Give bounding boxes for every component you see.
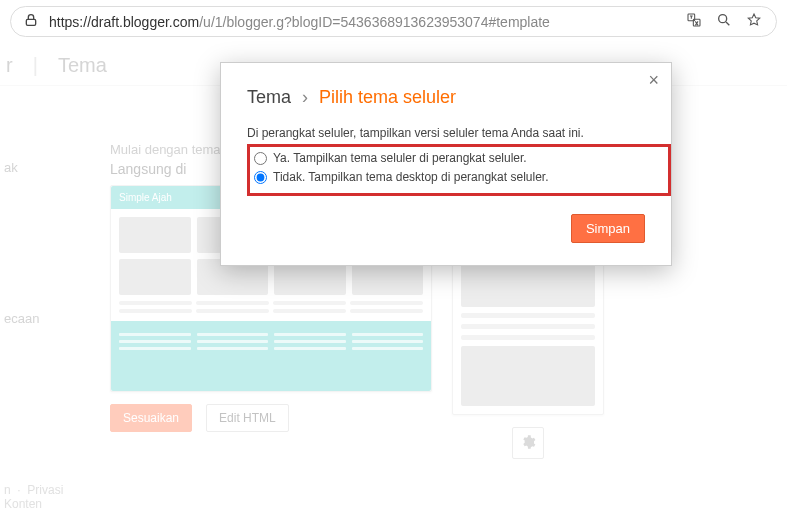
dialog-title: Tema › Pilih tema seluler	[247, 87, 645, 108]
tab-separator: |	[33, 54, 38, 77]
tab-prev: r	[6, 54, 13, 77]
close-icon: ×	[648, 70, 659, 90]
mobile-settings-button[interactable]	[512, 427, 544, 459]
option-yes-label: Ya. Tampilkan tema seluler di perangkat …	[273, 149, 527, 168]
translate-icon[interactable]	[686, 12, 702, 31]
customize-button[interactable]: Sesuaikan	[110, 404, 192, 432]
radio-yes[interactable]	[254, 152, 267, 165]
star-icon[interactable]	[746, 12, 762, 31]
option-no-label: Tidak. Tampilkan tema desktop di perangk…	[273, 168, 548, 187]
lock-icon	[23, 12, 39, 31]
svg-rect-0	[26, 19, 35, 25]
footer-links: n · Privasi Konten	[4, 483, 63, 511]
close-button[interactable]: ×	[648, 71, 659, 89]
mobile-theme-dialog: × Tema › Pilih tema seluler Di perangkat…	[220, 62, 672, 266]
gear-icon	[520, 434, 536, 453]
svg-point-3	[719, 15, 727, 23]
option-no[interactable]: Tidak. Tampilkan tema desktop di perangk…	[254, 168, 664, 187]
highlighted-options: Ya. Tampilkan tema seluler di perangkat …	[247, 144, 671, 196]
radio-no[interactable]	[254, 171, 267, 184]
save-button[interactable]: Simpan	[571, 214, 645, 243]
sidebar: ak ecaan	[4, 152, 39, 334]
edit-html-button[interactable]: Edit HTML	[206, 404, 289, 432]
dialog-description: Di perangkat seluler, tampilkan versi se…	[247, 126, 645, 140]
zoom-icon[interactable]	[716, 12, 732, 31]
option-yes[interactable]: Ya. Tampilkan tema seluler di perangkat …	[254, 149, 664, 168]
browser-address-bar: https://draft.blogger.com/u/1/blogger.g?…	[10, 6, 777, 37]
url-text[interactable]: https://draft.blogger.com/u/1/blogger.g?…	[49, 14, 676, 30]
page-title: Tema	[58, 54, 107, 77]
